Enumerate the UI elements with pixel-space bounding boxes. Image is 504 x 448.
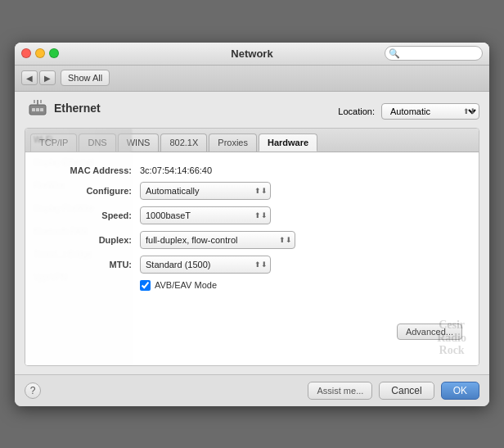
svg-rect-3 [40,108,43,111]
configure-label: Configure: [42,186,132,196]
duplex-row: Duplex: full-duplex, flow-control full-d… [42,231,462,249]
bottom-bar: ? Assist me... Cancel OK [15,374,489,406]
duplex-select[interactable]: full-duplex, flow-control full-duplex ha… [140,231,295,249]
ethernet-header-row: Ethernet Location: Automatic ⬆⬇ [25,100,479,123]
avb-checkbox-row: AVB/EAV Mode [140,280,462,291]
location-label: Location: [338,106,375,116]
svg-rect-1 [32,108,35,111]
location-row: Location: Automatic ⬆⬇ [338,103,479,120]
search-wrapper: 🔍 [385,46,483,61]
bottom-right-actions: Assist me... Cancel OK [308,382,479,400]
back-button[interactable]: ◀ [21,70,38,85]
configure-select[interactable]: Automatically Manually [140,182,271,200]
speed-label: Speed: [42,210,132,220]
title-bar-right: 🔍 [385,46,483,61]
mac-address-row: MAC Address: 3c:07:54:14:66:40 [42,165,462,175]
toolbar: ◀ ▶ Show All [15,66,489,92]
list-item: Wi-Fi [25,129,131,152]
configure-select-wrapper: Automatically Manually ⬆⬇ [140,182,271,200]
svg-rect-2 [36,108,39,111]
advanced-area: Advanced... [42,324,462,340]
tab-hardware[interactable]: Hardware [259,133,317,152]
network-window: Network 🔍 ◀ ▶ Show All [15,43,489,406]
avb-label: AVB/EAV Mode [155,280,217,290]
duplex-select-wrapper: full-duplex, flow-control full-duplex ha… [140,231,295,249]
window-title: Network [231,48,272,60]
cancel-button[interactable]: Cancel [379,382,434,400]
close-button[interactable] [21,48,31,58]
configure-row: Configure: Automatically Manually ⬆⬇ [42,182,462,200]
advanced-button[interactable]: Advanced... [397,324,462,340]
main-content: Ethernet Location: Automatic ⬆⬇ Wi-Fi Di… [15,92,489,374]
location-select[interactable]: Automatic [381,103,479,120]
nav-buttons: ◀ ▶ [21,70,56,85]
traffic-lights [21,48,59,58]
assist-me-button[interactable]: Assist me... [308,382,372,400]
mtu-label: MTU: [42,260,132,269]
mac-address-value: 3c:07:54:14:66:40 [140,165,212,175]
tab-proxies[interactable]: Proxies [209,133,257,152]
maximize-button[interactable] [49,48,59,58]
ethernet-header: Ethernet [25,100,104,116]
forward-button[interactable]: ▶ [39,70,56,85]
interface-label: Ethernet [54,102,101,115]
mtu-row: MTU: Standard (1500) Jumbo (9000) ⬆⬇ [42,256,462,274]
help-button[interactable]: ? [25,382,41,399]
location-select-wrapper: Automatic ⬆⬇ [381,103,479,120]
mac-address-label: MAC Address: [42,165,132,175]
title-bar: Network 🔍 [15,43,489,66]
ok-button[interactable]: OK [441,382,479,400]
panel-tabs-area: TCP/IP DNS WINS 802.1X Proxies Hardware … [25,129,479,365]
avb-checkbox[interactable] [140,280,151,291]
tab-8021x[interactable]: 802.1X [160,133,207,152]
minimize-button[interactable] [35,48,45,58]
search-input[interactable] [385,46,483,61]
show-all-button[interactable]: Show All [61,70,110,86]
hardware-tab-content: MAC Address: 3c:07:54:14:66:40 Configure… [25,152,479,365]
main-panel: Wi-Fi Display Ethernet FireWire Display … [25,128,479,366]
mtu-select[interactable]: Standard (1500) Jumbo (9000) [140,256,271,274]
speed-select[interactable]: 1000baseT 100baseTX 10baseT [140,206,271,224]
mtu-select-wrapper: Standard (1500) Jumbo (9000) ⬆⬇ [140,256,271,274]
speed-select-wrapper: 1000baseT 100baseTX 10baseT ⬆⬇ [140,206,271,224]
speed-row: Speed: 1000baseT 100baseTX 10baseT ⬆⬇ [42,206,462,224]
ethernet-icon [28,100,47,116]
duplex-label: Duplex: [42,235,132,245]
